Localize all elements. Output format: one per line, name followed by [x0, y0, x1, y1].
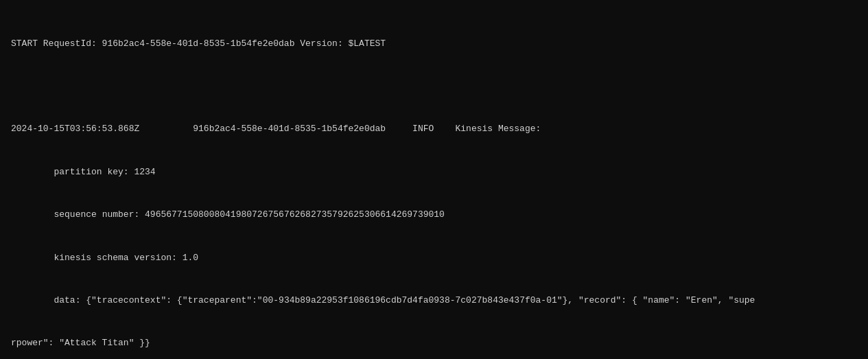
log-line: START RequestId: 916b2ac4-558e-401d-8535… — [11, 37, 857, 51]
log-line: sequence number: 49656771508008041980726… — [11, 208, 857, 222]
log-container: START RequestId: 916b2ac4-558e-401d-8535… — [11, 8, 857, 359]
log-line: rpower": "Attack Titan" }} — [11, 336, 857, 351]
log-line: 2024-10-15T03:56:53.868Z 916b2ac4-558e-4… — [11, 122, 857, 137]
log-line — [11, 80, 857, 94]
log-line: kinesis schema version: 1.0 — [11, 251, 857, 266]
log-line: data: {"tracecontext": {"traceparent":"0… — [11, 294, 857, 308]
log-line: partition key: 1234 — [11, 165, 857, 180]
